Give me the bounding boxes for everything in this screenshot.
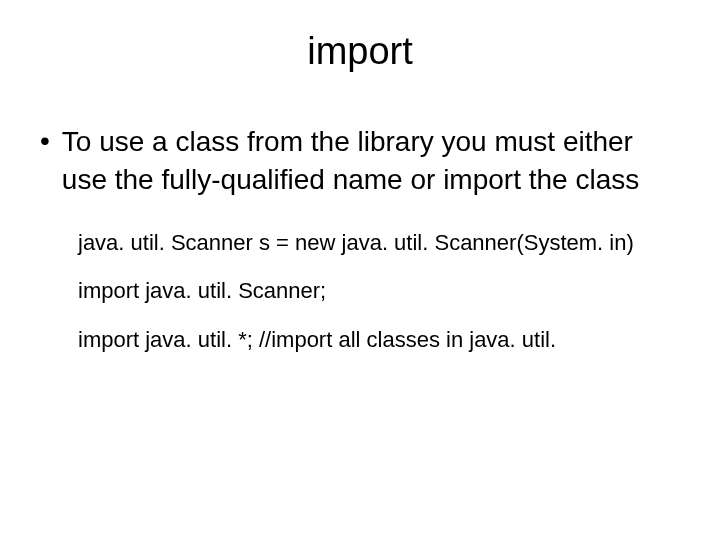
- bullet-item: • To use a class from the library you mu…: [40, 123, 680, 199]
- bullet-dot-icon: •: [40, 123, 50, 159]
- bullet-text: To use a class from the library you must…: [62, 123, 680, 199]
- code-block: java. util. Scanner s = new java. util. …: [40, 229, 680, 355]
- code-line: java. util. Scanner s = new java. util. …: [78, 229, 680, 258]
- code-line: import java. util. Scanner;: [78, 277, 680, 306]
- slide-title: import: [40, 30, 680, 73]
- code-line: import java. util. *; //import all class…: [78, 326, 680, 355]
